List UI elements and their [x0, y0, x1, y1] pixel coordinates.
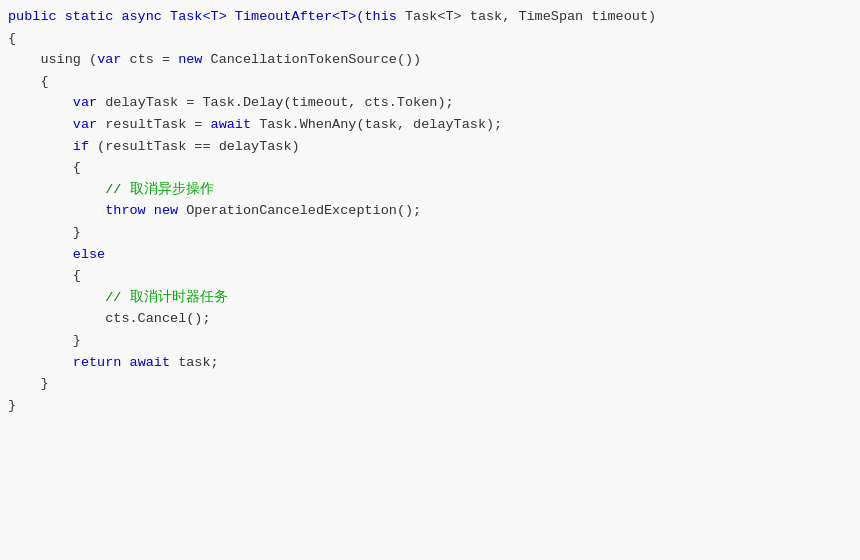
code-token: 取消计时器任务	[130, 290, 228, 305]
code-token: }	[8, 398, 16, 413]
code-token: 取消异步操作	[130, 182, 214, 197]
code-token	[8, 247, 73, 262]
code-line: // 取消异步操作	[0, 179, 860, 201]
code-line: var resultTask = await Task.WhenAny(task…	[0, 114, 860, 136]
code-token: return	[73, 355, 122, 370]
code-line: {	[0, 157, 860, 179]
code-line: // 取消计时器任务	[0, 287, 860, 309]
code-line: {	[0, 265, 860, 287]
code-token: await	[130, 355, 171, 370]
code-line: }	[0, 222, 860, 244]
code-line: }	[0, 330, 860, 352]
code-line: }	[0, 373, 860, 395]
code-token	[8, 355, 73, 370]
code-token: }	[8, 333, 81, 348]
code-token: delayTask = Task.Delay(timeout, cts.Toke…	[97, 95, 453, 110]
code-token	[121, 355, 129, 370]
code-line: return await task;	[0, 352, 860, 374]
code-token: var	[73, 95, 97, 110]
code-line: {	[0, 28, 860, 50]
code-token: this	[364, 9, 396, 24]
code-token: var	[97, 52, 121, 67]
code-line: }	[0, 395, 860, 417]
code-token: Task.WhenAny(task, delayTask);	[251, 117, 502, 132]
code-token: {	[8, 160, 81, 175]
code-line: if (resultTask == delayTask)	[0, 136, 860, 158]
code-token: resultTask =	[97, 117, 210, 132]
code-token: (resultTask == delayTask)	[89, 139, 300, 154]
code-token: else	[73, 247, 105, 262]
code-token	[8, 117, 73, 132]
code-token: await	[211, 117, 252, 132]
code-token	[8, 203, 105, 218]
code-token: //	[8, 290, 130, 305]
code-token: {	[8, 31, 16, 46]
code-token	[146, 203, 154, 218]
code-token: Task<T> task, TimeSpan timeout)	[397, 9, 656, 24]
code-line: throw new OperationCanceledException();	[0, 200, 860, 222]
code-token: cts =	[121, 52, 178, 67]
code-token: }	[8, 225, 81, 240]
code-content: public static async Task<T> TimeoutAfter…	[0, 6, 860, 416]
code-token: }	[8, 376, 49, 391]
code-token: //	[8, 182, 130, 197]
code-token: CancellationTokenSource())	[202, 52, 421, 67]
code-line: using (var cts = new CancellationTokenSo…	[0, 49, 860, 71]
code-viewer: public static async Task<T> TimeoutAfter…	[0, 0, 860, 560]
code-line: cts.Cancel();	[0, 308, 860, 330]
code-token: var	[73, 117, 97, 132]
code-token: new	[178, 52, 202, 67]
code-line: else	[0, 244, 860, 266]
code-token: new	[154, 203, 178, 218]
code-token	[8, 95, 73, 110]
code-line: public static async Task<T> TimeoutAfter…	[0, 6, 860, 28]
code-token: task;	[170, 355, 219, 370]
code-token: if	[73, 139, 89, 154]
code-token	[8, 139, 73, 154]
code-token: {	[8, 74, 49, 89]
code-token: using (	[8, 52, 97, 67]
code-token: public static async Task<T> TimeoutAfter…	[8, 9, 364, 24]
code-line: {	[0, 71, 860, 93]
code-token: {	[8, 268, 81, 283]
code-line: var delayTask = Task.Delay(timeout, cts.…	[0, 92, 860, 114]
code-token: cts.Cancel();	[8, 311, 211, 326]
code-token: OperationCanceledException();	[178, 203, 421, 218]
code-token: throw	[105, 203, 146, 218]
